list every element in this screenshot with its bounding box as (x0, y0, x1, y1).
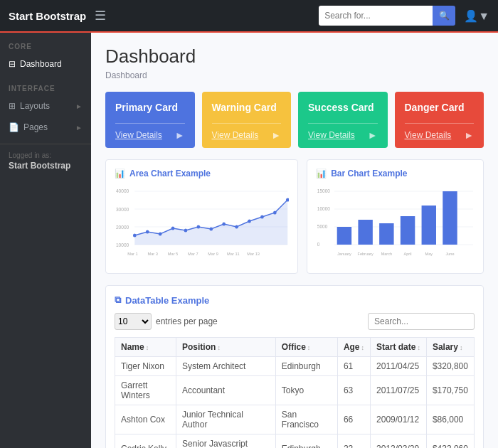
entries-select[interactable]: 10 25 50 100 (115, 313, 152, 330)
svg-point-14 (196, 225, 200, 229)
cell-start: 2009/01/12 (371, 405, 427, 434)
table-row: Cedric KellySenior Javascript DeveloperE… (115, 434, 475, 449)
datatable-search-input[interactable] (368, 313, 475, 330)
col-office[interactable]: Office↕ (275, 338, 337, 357)
area-chart-title: 📊 Area Chart Example (115, 169, 289, 178)
svg-text:5000: 5000 (317, 224, 328, 229)
svg-text:Mar 5: Mar 5 (168, 252, 178, 256)
sidebar-section-interface: INTERFACE (0, 75, 91, 95)
svg-text:April: April (404, 252, 412, 256)
svg-text:Mar 13: Mar 13 (247, 252, 260, 256)
svg-text:20000: 20000 (116, 225, 129, 230)
cell-office: Edinburgh (275, 357, 337, 376)
svg-text:Mar 11: Mar 11 (227, 252, 240, 256)
card-primary-link[interactable]: View Details (115, 130, 162, 140)
main-layout: CORE ⊟ Dashboard INTERFACE ⊞ Layouts ► 📄… (0, 33, 498, 448)
svg-text:0: 0 (317, 242, 320, 247)
cell-age: 61 (337, 357, 370, 376)
svg-rect-38 (359, 220, 373, 245)
svg-text:15000: 15000 (317, 188, 330, 193)
user-icon[interactable]: 👤▼ (464, 9, 489, 23)
card-danger-title: Danger Card (405, 102, 475, 113)
card-danger-link[interactable]: View Details (405, 130, 452, 140)
svg-point-15 (209, 228, 213, 231)
sidebar-label-pages: Pages (23, 122, 48, 132)
bar-chart-svg: 15000 10000 5000 0 (316, 184, 475, 262)
datatable-search (368, 313, 475, 330)
svg-point-9 (133, 234, 137, 238)
svg-text:40000: 40000 (116, 188, 129, 193)
svg-point-20 (273, 211, 277, 215)
col-start[interactable]: Start date↕ (371, 338, 427, 357)
cell-position: Senior Javascript Developer (176, 434, 276, 449)
card-success-link[interactable]: View Details (308, 130, 355, 140)
cell-office: Tokyo (275, 376, 337, 405)
bar-chart-title: 📊 Bar Chart Example (316, 169, 475, 178)
card-warning-arrow: ► (271, 129, 281, 141)
datatable-title: ⧉ DataTable Example (115, 294, 475, 306)
area-chart-icon: 📊 (115, 169, 125, 178)
svg-rect-42 (443, 191, 457, 245)
page-title: Dashboard (105, 46, 484, 68)
sort-icon-age: ↕ (361, 344, 365, 351)
svg-text:June: June (446, 252, 455, 256)
sidebar-footer: Logged in as: Start Bootstrap (0, 144, 91, 178)
area-chart-box: 📊 Area Chart Example 40000 30000 20000 1… (105, 159, 298, 274)
svg-text:Mar 3: Mar 3 (148, 252, 158, 256)
col-age[interactable]: Age↕ (337, 338, 370, 357)
datatable-box: ⧉ DataTable Example 10 25 50 100 entries… (105, 285, 484, 448)
datatable-thead: Name↕ Position↕ Office↕ Age↕ Start date↕… (115, 338, 475, 357)
svg-text:10000: 10000 (116, 242, 129, 247)
col-salary[interactable]: Salary↕ (426, 338, 474, 357)
cell-age: 66 (337, 405, 370, 434)
hamburger-icon[interactable]: ☰ (95, 8, 106, 23)
sidebar-item-pages[interactable]: 📄 Pages ► (0, 117, 91, 138)
sort-icon-position: ↕ (217, 344, 221, 351)
card-warning-link[interactable]: View Details (212, 130, 259, 140)
card-primary-title: Primary Card (115, 102, 185, 113)
cell-office: Edinburgh (275, 434, 337, 449)
svg-text:10000: 10000 (317, 206, 330, 211)
svg-rect-41 (422, 206, 436, 245)
svg-point-19 (260, 215, 264, 219)
card-primary-arrow: ► (175, 129, 185, 141)
col-name[interactable]: Name↕ (115, 338, 176, 357)
sidebar-label-layouts: Layouts (20, 101, 50, 111)
svg-point-10 (146, 230, 149, 234)
cell-office: San Francisco (275, 405, 337, 434)
svg-point-17 (235, 225, 238, 229)
card-success: Success Card View Details ► (298, 92, 388, 148)
logged-in-label: Logged in as: (9, 151, 83, 159)
cell-age: 63 (337, 376, 370, 405)
datatable-icon: ⧉ (115, 294, 121, 306)
svg-point-11 (159, 233, 162, 236)
sort-icon-name: ↕ (146, 344, 149, 351)
table-row: Garrett WintersAccountantTokyo632011/07/… (115, 376, 475, 405)
datatable-table: Name↕ Position↕ Office↕ Age↕ Start date↕… (115, 337, 475, 448)
svg-marker-8 (134, 200, 287, 245)
card-primary: Primary Card View Details ► (105, 92, 195, 148)
cell-name: Garrett Winters (115, 376, 176, 405)
entries-label: entries per page (156, 316, 218, 326)
card-success-arrow: ► (368, 129, 378, 141)
svg-text:March: March (381, 252, 392, 256)
sidebar-section-core: CORE (0, 33, 91, 53)
cell-name: Tiger Nixon (115, 357, 176, 376)
sidebar-item-layouts[interactable]: ⊞ Layouts ► (0, 95, 91, 117)
chevron-right-icon-pages: ► (75, 124, 83, 132)
card-success-title: Success Card (308, 102, 378, 113)
sort-icon-salary: ↕ (460, 344, 463, 351)
cell-salary: $86,000 (426, 405, 474, 434)
search-input[interactable] (319, 6, 433, 26)
table-header-row: Name↕ Position↕ Office↕ Age↕ Start date↕… (115, 338, 475, 357)
search-box: 🔍 (319, 6, 455, 26)
col-position[interactable]: Position↕ (176, 338, 276, 357)
sidebar-item-dashboard[interactable]: ⊟ Dashboard (0, 53, 91, 75)
svg-text:January: January (337, 252, 351, 256)
svg-text:February: February (358, 252, 374, 256)
svg-text:Mar 7: Mar 7 (188, 252, 198, 256)
search-button[interactable]: 🔍 (433, 6, 455, 26)
svg-rect-40 (401, 216, 415, 245)
cell-salary: $170,750 (426, 376, 474, 405)
bar-chart-box: 📊 Bar Chart Example 15000 10000 5000 0 (307, 159, 484, 274)
